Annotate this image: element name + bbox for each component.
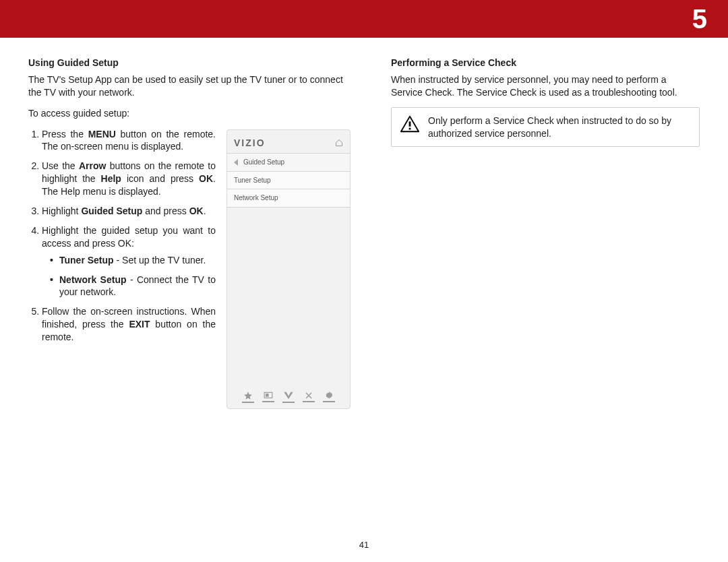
svg-rect-3	[409, 121, 411, 127]
sub-network: Network Setup - Connect the TV to your n…	[50, 274, 216, 299]
right-heading: Performing a Service Check	[391, 57, 700, 69]
breadcrumb: Guided Setup	[227, 153, 350, 172]
warning-icon	[400, 115, 420, 137]
close-icon	[302, 392, 315, 402]
step-3: Highlight Guided Setup and press OK.	[42, 205, 216, 218]
steps-list: Press the MENU button on the remote. The…	[28, 128, 216, 344]
svg-rect-1	[266, 394, 269, 396]
back-triangle-icon	[234, 159, 238, 166]
left-lead: To access guided setup:	[28, 107, 351, 120]
step-4-sublist: Tuner Setup - Set up the TV tuner. Netwo…	[50, 254, 216, 299]
sub-tuner: Tuner Setup - Set up the TV tuner.	[50, 254, 216, 267]
gear-icon	[322, 391, 336, 402]
left-column: Using Guided Setup The TV's Setup App ca…	[28, 57, 351, 409]
device-footer-icons	[227, 391, 350, 403]
manual-page: 5 Using Guided Setup The TV's Setup App …	[0, 0, 728, 562]
step-4: Highlight the guided setup you want to a…	[42, 224, 216, 299]
steps-block: Press the MENU button on the remote. The…	[28, 128, 216, 409]
svg-rect-4	[409, 127, 411, 129]
chapter-banner: 5	[0, 0, 728, 38]
menu-row-tuner: Tuner Setup	[227, 172, 350, 190]
crumb-label: Guided Setup	[243, 158, 284, 167]
left-intro: The TV's Setup App can be used to easily…	[28, 73, 351, 99]
left-heading: Using Guided Setup	[28, 57, 351, 69]
right-column: Performing a Service Check When instruct…	[391, 57, 700, 409]
menu-row-network: Network Setup	[227, 189, 350, 208]
chapter-number: 5	[692, 4, 708, 34]
warning-box: Only perform a Service Check when instru…	[391, 107, 700, 148]
page-number: 41	[0, 540, 728, 550]
warning-text: Only perform a Service Check when instru…	[428, 115, 691, 140]
input-icon	[262, 392, 275, 402]
star-icon	[241, 391, 255, 403]
right-intro: When instructed by service personnel, yo…	[391, 73, 700, 99]
device-screenshot: VIZIO Guided Setup Tuner Setup Network S…	[226, 129, 351, 409]
v-icon	[282, 391, 295, 403]
step-5: Follow the on-screen instructions. When …	[42, 305, 216, 344]
home-icon	[335, 139, 343, 147]
page-body: Using Guided Setup The TV's Setup App ca…	[0, 38, 728, 409]
step-2: Use the Arrow buttons on the remote to h…	[42, 160, 216, 198]
vizio-logo: VIZIO	[234, 137, 266, 150]
step-1: Press the MENU button on the remote. The…	[42, 128, 216, 154]
